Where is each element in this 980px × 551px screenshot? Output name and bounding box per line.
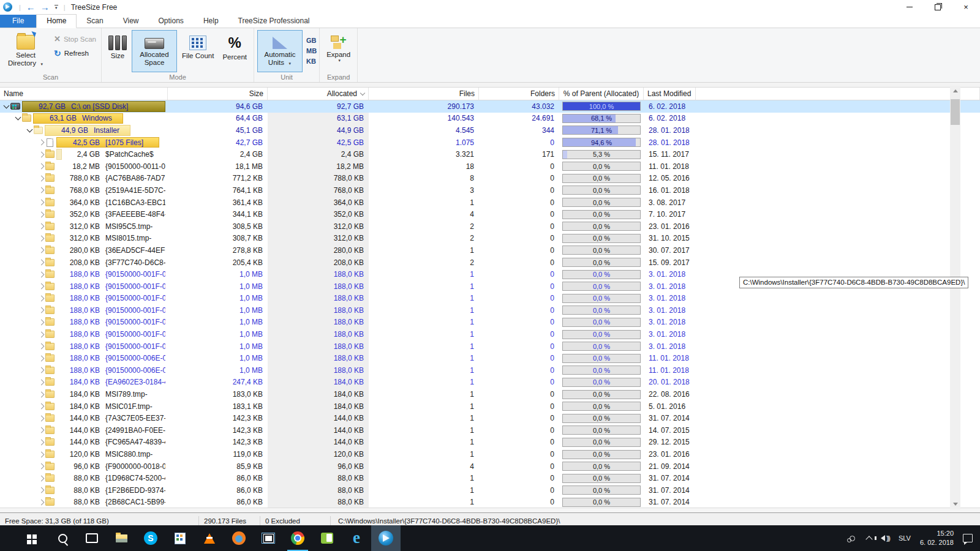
expand-icon[interactable] — [37, 440, 45, 444]
table-row[interactable]: 280,0 KB{36EAD5CF-44EF-...278,8 KB280,0 … — [0, 244, 980, 257]
expand-icon[interactable] — [37, 284, 45, 288]
table-row[interactable]: 184,0 KBMSI789.tmp-183,0 KB184,0 KB100,0… — [0, 388, 980, 400]
expand-icon[interactable] — [37, 464, 45, 468]
expand-icon[interactable] — [37, 404, 45, 408]
tab-treesize-professional[interactable]: TreeSize Professional — [228, 15, 320, 28]
vertical-scrollbar[interactable] — [950, 86, 960, 509]
table-row[interactable]: 44,9 GBInstaller45,1 GB44,9 GB4.54534471… — [0, 124, 980, 137]
scroll-down-arrow[interactable] — [950, 499, 960, 509]
tab-scan[interactable]: Scan — [77, 15, 113, 28]
taskbar-vlc-icon[interactable] — [195, 525, 224, 551]
table-row[interactable]: 312,0 KBMSI8015.tmp-308,7 KB312,0 KB200,… — [0, 233, 980, 245]
expand-icon[interactable] — [37, 332, 45, 337]
expand-icon[interactable] — [37, 356, 45, 361]
expand-icon[interactable] — [37, 488, 45, 492]
size-mode-button[interactable]: Size — [105, 30, 130, 72]
expand-icon[interactable] — [37, 260, 45, 264]
column-header-folders[interactable]: Folders — [479, 88, 559, 100]
table-row[interactable]: 88,0 KB{1D968C74-5200-4...86,0 KB88,0 KB… — [0, 472, 980, 484]
automatic-units-button[interactable]: Automatic Units ▼ — [257, 30, 303, 72]
percent-button[interactable]: % Percent — [219, 30, 251, 72]
column-header-name[interactable]: Name — [0, 88, 168, 100]
table-row[interactable]: 92,7 GBC:\ on [SSD Disk]94,6 GB92,7 GB29… — [0, 100, 980, 113]
unit-mb[interactable]: MB — [306, 46, 317, 56]
column-header-of-parent-allocated[interactable]: % of Parent (Allocated) — [559, 88, 644, 100]
table-row[interactable]: 788,0 KB{AC76BA86-7AD7...771,2 KB788,0 K… — [0, 173, 980, 185]
expand-icon[interactable] — [37, 428, 45, 432]
table-row[interactable]: 188,0 KB{90150000-001F-0...1,0 MB188,0 K… — [0, 328, 980, 340]
column-header-size[interactable]: Size — [168, 88, 268, 100]
expand-icon[interactable] — [37, 152, 45, 157]
taskbar-movies-tv-icon[interactable] — [254, 525, 283, 551]
column-header-allocated[interactable]: Allocated — [268, 88, 369, 100]
collapse-icon[interactable] — [14, 117, 22, 119]
notification-icon[interactable] — [963, 534, 973, 542]
table-row[interactable]: 144,0 KB{7A3C7E05-EE37-4...142,3 KB144,0… — [0, 412, 980, 424]
table-row[interactable]: 144,0 KB{FC965A47-4839-4...142,3 KB144,0… — [0, 437, 980, 449]
clock[interactable]: 15:20 6. 02. 2018 — [920, 529, 954, 547]
expand-icon[interactable] — [37, 368, 45, 372]
language-indicator[interactable]: SLV — [899, 534, 911, 542]
tab-file[interactable]: File — [0, 15, 36, 28]
table-row[interactable]: 768,0 KB{2519A41E-5D7C-...764,1 KB768,0 … — [0, 184, 980, 197]
taskbar-edge-icon[interactable] — [342, 525, 371, 551]
tab-view[interactable]: View — [113, 15, 149, 28]
people-icon[interactable] — [850, 536, 855, 541]
table-row[interactable]: 188,0 KB{90150000-001F-0...1,0 MB188,0 K… — [0, 340, 980, 353]
taskbar-task-view-icon[interactable] — [77, 525, 107, 551]
expand-icon[interactable] — [37, 344, 45, 348]
table-row[interactable]: 352,0 KB{3FAEEEBE-48F4-8...344,1 KB352,0… — [0, 208, 980, 220]
allocated-space-button[interactable]: Allocated Space — [132, 30, 177, 72]
taskbar-file-explorer-icon[interactable] — [107, 525, 136, 551]
taskbar-search-icon[interactable] — [48, 525, 77, 551]
expand-icon[interactable] — [37, 176, 45, 181]
restore-button[interactable] — [924, 0, 952, 14]
table-row[interactable]: 144,0 KB{24991BA0-F0EE-4...142,3 KB144,0… — [0, 424, 980, 437]
expand-icon[interactable] — [37, 212, 45, 217]
chevron-up-icon[interactable] — [865, 536, 872, 542]
taskbar-skype-icon[interactable] — [136, 525, 165, 551]
table-row[interactable]: 312,0 KBMSI95C5.tmp-308,5 KB312,0 KB200,… — [0, 220, 980, 233]
taskbar-office-document-icon[interactable] — [165, 525, 195, 551]
column-header-files[interactable]: Files — [369, 88, 479, 100]
expand-icon[interactable] — [37, 200, 45, 204]
table-row[interactable]: 188,0 KB{90150000-001F-0...1,0 MB188,0 K… — [0, 317, 980, 329]
expand-icon[interactable] — [37, 296, 45, 301]
collapse-icon[interactable] — [26, 129, 34, 132]
expand-icon[interactable] — [37, 188, 45, 192]
expand-button[interactable]: Expand ▼ — [323, 30, 354, 72]
table-row[interactable]: 120,0 KBMSIC880.tmp-119,0 KB120,0 KB100,… — [0, 448, 980, 460]
unit-gb[interactable]: GB — [306, 36, 317, 46]
table-row[interactable]: 188,0 KB{90150000-006E-0...1,0 MB188,0 K… — [0, 352, 980, 364]
table-row[interactable]: 188,0 KB{90150000-001F-0...1,0 MB188,0 K… — [0, 293, 980, 305]
taskbar-notepad-plus-plus-icon[interactable] — [312, 525, 342, 551]
expand-icon[interactable] — [37, 380, 45, 384]
expand-icon[interactable] — [37, 500, 45, 504]
expand-icon[interactable] — [37, 236, 45, 241]
taskbar-start-icon[interactable] — [18, 525, 48, 551]
taskbar-treesize-icon[interactable] — [371, 525, 401, 551]
table-row[interactable]: 188,0 KB{90150000-006E-0...1,0 MB188,0 K… — [0, 364, 980, 377]
tab-options[interactable]: Options — [149, 15, 194, 28]
forward-arrow-icon[interactable]: → — [40, 2, 50, 12]
expand-icon[interactable] — [37, 140, 45, 144]
expand-icon[interactable] — [37, 248, 45, 252]
column-header-last-modified[interactable]: Last Modified — [644, 88, 696, 100]
scrollbar-thumb[interactable] — [951, 99, 960, 125]
table-row[interactable]: 208,0 KB{3F77C740-D6C8-...205,4 KB208,0 … — [0, 257, 980, 269]
table-row[interactable]: 364,0 KB{1C16BCA3-EBC1-...361,4 KB364,0 … — [0, 197, 980, 209]
expand-icon[interactable] — [37, 308, 45, 312]
taskbar-chrome-icon[interactable] — [283, 525, 312, 551]
back-arrow-icon[interactable]: ← — [26, 2, 36, 12]
tab-help[interactable]: Help — [194, 15, 228, 28]
expand-icon[interactable] — [37, 476, 45, 481]
table-row[interactable]: 42,5 GB[1075 Files]42,7 GB42,5 GB1.07509… — [0, 137, 980, 149]
expand-icon[interactable] — [37, 272, 45, 277]
expand-icon[interactable] — [37, 416, 45, 421]
expand-icon[interactable] — [37, 164, 45, 168]
refresh-button[interactable]: ↻ Refresh — [51, 47, 99, 59]
table-row[interactable]: 184,0 KB{EA9602E3-0184-4...247,4 KB184,0… — [0, 377, 980, 389]
quick-access-caret-icon[interactable]: ▼ — [55, 5, 58, 10]
table-row[interactable]: 18,2 MB{90150000-0011-0...18,1 MB18,2 MB… — [0, 160, 980, 173]
table-row[interactable]: 88,0 KB{1F2B6EDD-9374-...86,0 KB88,0 KB1… — [0, 484, 980, 497]
